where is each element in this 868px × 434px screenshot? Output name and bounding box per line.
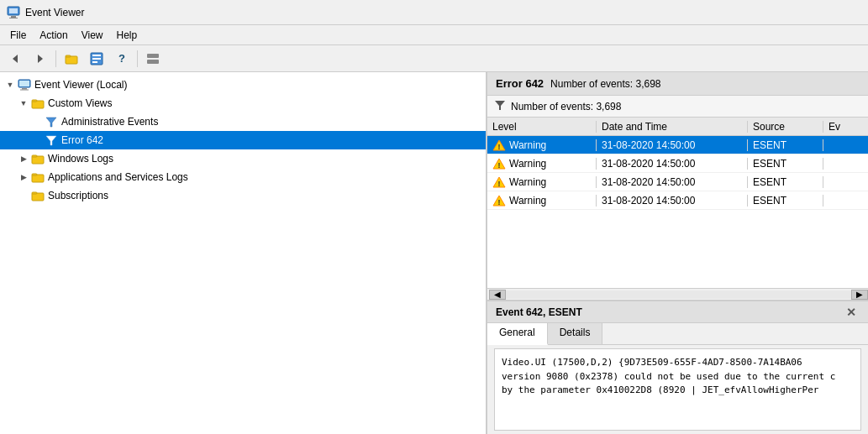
folder-closed-icon [30,97,45,110]
forward-button[interactable] [29,48,52,70]
detail-header: Event 642, ESENT ✕ [487,301,868,323]
table-row[interactable]: ! Warning 31-08-2020 14:50:00 ESENT [487,154,868,173]
tree-label-subscriptions: Subscriptions [48,190,108,201]
events-table-body[interactable]: ! Warning 31-08-2020 14:50:00 ESENT [487,136,868,288]
tree-item-error-642[interactable]: ▶ Error 642 [0,131,486,149]
tab-general[interactable]: General [487,323,548,345]
back-icon [9,53,21,65]
svg-text:!: ! [498,179,501,187]
row-level-4: ! Warning [487,195,597,207]
tree-toggle-root[interactable]: ▼ [3,81,17,89]
svg-rect-12 [147,54,159,58]
svg-rect-1 [9,8,18,13]
help-button[interactable]: ? [110,48,134,70]
menu-help[interactable]: Help [110,28,145,43]
warning-label-2: Warning [509,158,546,170]
tree-label-error-642: Error 642 [61,134,103,146]
warning-label-4: Warning [509,195,546,207]
svg-rect-9 [92,55,101,56]
scroll-left-btn[interactable]: ◀ [489,290,506,300]
properties-icon [90,52,103,65]
main-layout: ▼ Event Viewer (Local) ▼ Custom View [0,72,868,434]
row-level-2: ! Warning [487,158,597,170]
scroll-right-btn[interactable]: ▶ [851,290,868,300]
folder-button[interactable] [60,48,83,70]
detail-line-1: Video.UI (17500,D,2) {9D73E509-655F-4AD7… [502,356,854,370]
grid-button[interactable] [141,48,165,70]
horizontal-scrollbar[interactable]: ◀ ▶ [487,288,868,300]
row-source-3: ESENT [748,176,823,188]
svg-rect-3 [9,18,18,18]
filter-icon-admin [44,115,59,128]
tree-item-app-services[interactable]: ▶ Applications and Services Logs [0,168,486,186]
table-row[interactable]: ! Warning 31-08-2020 14:50:00 ESENT [487,136,868,154]
svg-text:!: ! [498,197,501,206]
filter-label: Number of events: 3,698 [511,101,621,112]
row-source-4: ESENT [748,195,823,207]
tree-toggle-windows[interactable]: ▶ [17,154,30,163]
right-panel-count: Number of events: 3,698 [550,78,660,90]
col-header-source[interactable]: Source [748,121,823,133]
row-source-1: ESENT [748,139,823,151]
tab-details[interactable]: Details [548,323,603,344]
menu-view[interactable]: View [75,28,110,43]
detail-line-2: version 9080 (0x2378) could not be used … [502,370,854,384]
tree-toggle-custom-views[interactable]: ▼ [17,99,30,107]
warning-triangle-icon-4: ! [492,195,506,207]
detail-content: Video.UI (17500,D,2) {9D73E509-655F-4AD7… [494,348,861,431]
grid-icon [146,53,160,65]
warning-label-1: Warning [509,139,546,151]
toolbar-separator-2 [137,50,138,67]
warning-triangle-icon-3: ! [492,176,506,188]
back-button[interactable] [3,48,27,70]
title-bar: Event Viewer [0,0,868,25]
properties-button[interactable] [85,48,108,70]
tree-item-windows-logs[interactable]: ▶ Windows Logs [0,149,486,168]
row-source-2: ESENT [748,158,823,170]
right-panel-header: Error 642 Number of events: 3,698 [487,72,868,96]
detail-title: Event 642, ESENT [496,306,582,318]
col-header-datetime[interactable]: Date and Time [597,121,748,133]
svg-text:!: ! [498,142,501,150]
warning-cell-4: ! Warning [492,195,591,207]
table-row[interactable]: ! Warning 31-08-2020 14:50:00 ESENT [487,191,868,210]
svg-rect-19 [32,100,37,102]
filter-icon-error [44,133,59,147]
svg-rect-16 [22,88,27,90]
tree-item-custom-views[interactable]: ▼ Custom Views [0,94,486,112]
warning-cell-3: ! Warning [492,176,591,188]
svg-rect-17 [20,90,29,91]
filter-icon [494,99,506,113]
row-datetime-4: 31-08-2020 14:50:00 [597,195,748,207]
folder-icon-subs [30,189,45,202]
tree-item-root[interactable]: ▼ Event Viewer (Local) [0,76,486,94]
svg-rect-23 [32,155,37,157]
tree-item-admin-events[interactable]: ▶ Administrative Events [0,112,486,131]
warning-triangle-icon-1: ! [492,139,506,151]
computer-icon [17,78,32,92]
tree-item-subscriptions[interactable]: ▶ Subscriptions [0,186,486,205]
folder-icon-app [30,170,45,184]
warning-cell-2: ! Warning [492,158,591,170]
row-datetime-3: 31-08-2020 14:50:00 [597,176,748,188]
col-header-ev[interactable]: Ev [823,121,856,133]
row-datetime-2: 31-08-2020 14:50:00 [597,158,748,170]
app-title: Event Viewer [25,7,84,18]
warning-triangle-icon-2: ! [492,158,506,170]
menu-action[interactable]: Action [33,28,74,43]
detail-close-button[interactable]: ✕ [843,304,860,321]
menu-file[interactable]: File [3,28,33,43]
svg-rect-25 [32,174,37,175]
detail-line-3: by the parameter 0x410022D8 (8920 | JET_… [502,384,854,398]
tree-label-admin-events: Administrative Events [61,116,158,128]
tree-toggle-app[interactable]: ▶ [17,173,30,181]
svg-rect-10 [92,58,101,60]
help-icon: ? [118,52,125,65]
col-header-level[interactable]: Level [487,121,597,133]
row-level-3: ! Warning [487,176,597,188]
table-row[interactable]: ! Warning 31-08-2020 14:50:00 ESENT [487,173,868,191]
forward-icon [34,53,46,65]
row-datetime-1: 31-08-2020 14:50:00 [597,139,748,151]
svg-rect-27 [32,192,37,194]
row-level-1: ! Warning [487,139,597,151]
